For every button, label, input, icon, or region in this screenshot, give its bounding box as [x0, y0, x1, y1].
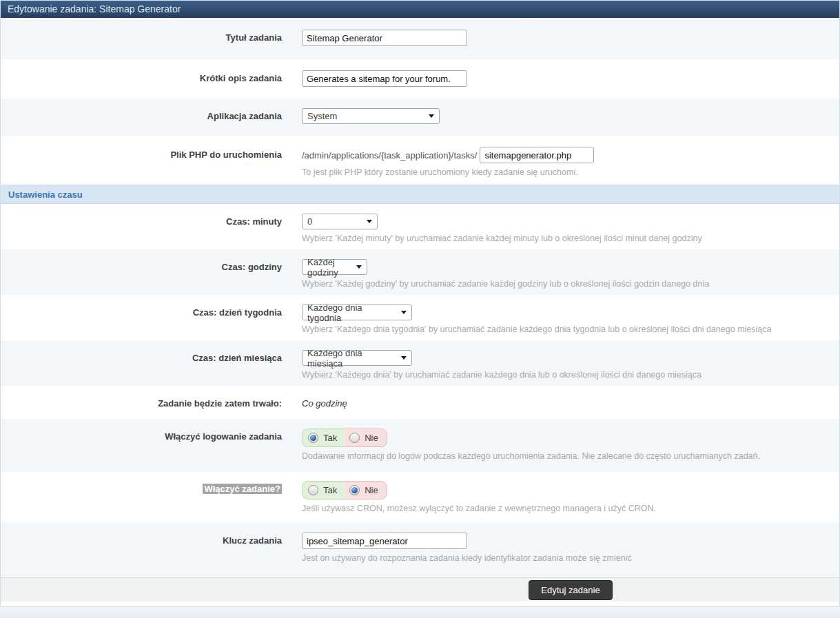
hours-help: Wybierz 'Każdej godziny' by uruchamiać z… [302, 279, 839, 289]
radio-unchecked-icon [308, 485, 318, 495]
box-bottom-padding [1, 601, 839, 606]
php-file-label: Plik PHP do uruchomienia [1, 147, 282, 163]
form-row-key: Klucz zadania Jest on używany do rozpozn… [1, 522, 839, 577]
form-row-application: Aplikacja zadania System [1, 99, 839, 136]
select-value: 0 [307, 216, 312, 227]
logging-no-option[interactable]: Nie [345, 429, 387, 447]
php-file-input[interactable] [480, 147, 594, 163]
key-help: Jest on używany do rozpoznania zadania k… [302, 553, 839, 563]
key-label: Klucz zadania [1, 533, 282, 549]
description-label: Krótki opis zadania [1, 70, 282, 87]
submit-button[interactable]: Edytuj zadanie [529, 580, 612, 600]
minutes-label: Czas: minuty [1, 214, 282, 230]
form-row-description: Krótki opis zadania [1, 59, 839, 99]
application-select[interactable]: System [302, 108, 440, 124]
form-row-title: Tytuł zadania [1, 18, 839, 59]
form-row-minutes: Czas: minuty 0 Wybierz 'Każdej minuty' b… [1, 204, 839, 249]
hours-select[interactable]: Każdej godziny [302, 259, 367, 275]
highlighted-label-text: Włączyć zadanie? [203, 484, 282, 494]
hours-label: Czas: godziny [1, 259, 282, 276]
enabled-yes-option[interactable]: Tak [302, 481, 345, 499]
duration-value: Co godzinę [302, 395, 839, 412]
section-title: Ustawienia czasu [8, 189, 83, 200]
page-title: Edytowanie zadania: Sitemap Generator [8, 3, 181, 14]
title-label: Tytuł zadania [1, 30, 282, 46]
day-of-week-label: Czas: dzień tygodnia [1, 305, 282, 321]
minutes-help: Wybierz 'Każdej minuty' by uruchamiać za… [302, 234, 839, 243]
option-label: Tak [323, 485, 337, 495]
form-title-bar: Edytowanie zadania: Sitemap Generator [1, 1, 839, 18]
day-of-month-label: Czas: dzień miesiąca [1, 350, 282, 367]
day-of-month-select[interactable]: Każdego dnia miesiąca [302, 350, 412, 366]
dropdown-arrow-icon [401, 356, 407, 360]
enabled-no-option[interactable]: Nie [345, 481, 387, 499]
option-label: Tak [323, 433, 337, 443]
radio-unchecked-icon [349, 433, 360, 443]
day-of-week-select[interactable]: Każdego dnia tygodnia [302, 305, 412, 320]
task-title-input[interactable] [302, 30, 467, 46]
section-header-time: Ustawienia czasu [1, 185, 839, 204]
logging-toggle: Tak Nie [302, 429, 387, 447]
task-key-input[interactable] [302, 533, 467, 549]
select-value: Każdej godziny [307, 257, 348, 278]
form-row-php-file: Plik PHP do uruchomienia /admin/applicat… [1, 136, 839, 185]
form-row-enabled: Włączyć zadanie? Tak Nie Jeśli używasz C… [1, 472, 839, 522]
select-value: Każdego dnia tygodnia [307, 302, 393, 323]
php-path-prefix: /admin/applications/{task_application}/t… [302, 150, 477, 161]
edit-task-form: Edytowanie zadania: Sitemap Generator Ty… [0, 0, 840, 607]
minutes-select[interactable]: 0 [302, 214, 378, 229]
day-of-month-help: Wybierz 'Każdego dnia' by uruchamiać zad… [302, 370, 839, 380]
task-description-input[interactable] [302, 70, 467, 87]
application-label: Aplikacja zadania [1, 108, 282, 125]
form-row-day-of-week: Czas: dzień tygodnia Każdego dnia tygodn… [1, 295, 839, 340]
form-row-logging: Włączyć logowanie zadania Tak Nie Dodawa… [1, 419, 839, 472]
enabled-toggle: Tak Nie [302, 481, 387, 499]
form-row-day-of-month: Czas: dzień miesiąca Każdego dnia miesią… [1, 340, 839, 386]
logging-label: Włączyć logowanie zadania [1, 429, 282, 445]
enabled-help: Jeśli używasz CRON, możesz wyłączyć to z… [302, 504, 839, 513]
php-file-help: To jest plik PHP który zostanie uruchomi… [302, 167, 839, 177]
dropdown-arrow-icon [367, 220, 372, 223]
page: Edytowanie zadania: Sitemap Generator Ty… [0, 0, 840, 618]
dropdown-arrow-icon [401, 311, 407, 314]
enabled-label: Włączyć zadanie? [1, 481, 282, 497]
dropdown-arrow-icon [356, 265, 362, 269]
radio-checked-icon [308, 433, 318, 443]
logging-help: Dodawanie informacji do logów podczas ka… [302, 451, 839, 461]
logging-yes-option[interactable]: Tak [302, 429, 345, 447]
duration-label: Zadanie będzie zatem trwało: [1, 395, 282, 412]
form-footer: Edytuj zadanie [1, 577, 839, 601]
dropdown-arrow-icon [429, 114, 434, 118]
radio-checked-icon [349, 485, 360, 495]
day-of-week-help: Wybierz 'Każdego dnia tygodnia' by uruch… [302, 325, 839, 334]
option-label: Nie [365, 485, 378, 495]
page-background [0, 607, 840, 618]
form-row-hours: Czas: godziny Każdej godziny Wybierz 'Ka… [1, 249, 839, 295]
select-value: Każdego dnia miesiąca [307, 348, 393, 369]
option-label: Nie [365, 433, 378, 443]
select-value: System [307, 111, 337, 121]
form-row-duration: Zadanie będzie zatem trwało: Co godzinę [1, 386, 839, 419]
